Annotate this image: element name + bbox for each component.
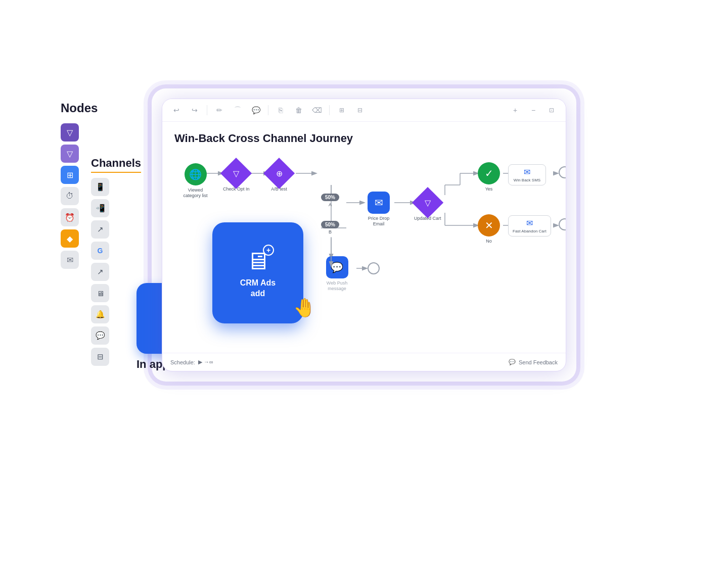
check-opt-in-shape: ▽ [220,158,252,189]
no-x-icon: ✕ [478,214,500,237]
fast-abandon-icon: ✉ [526,218,533,228]
node-fast-abandon[interactable]: ✉ Fast Abandon Cart [508,215,551,237]
undo-button[interactable]: ↩ [170,104,183,116]
node-ab-test[interactable]: ⊕ A/B test [268,162,290,192]
channels-section: Channels 📱 📲 ↗ G ↗ 🖥 🔔 💬 ⊟ [91,157,141,366]
node-diamond[interactable]: ◆ [61,229,79,248]
pct-a-text: A [329,202,332,207]
trash-button[interactable]: 🗑 [293,104,305,116]
web-push-label: Web Push message [323,280,351,292]
channel-icon-monitor[interactable]: 🖥 [91,284,109,302]
node-check-opt-in[interactable]: ▽ Check Opt In [223,162,250,192]
toolbar-divider-1 [207,105,207,115]
yes-check-icon: ✓ [478,162,500,184]
ab-test-shape: ⊕ [263,158,295,189]
end-node-3 [368,262,380,274]
fast-abandon-label: Fast Abandon Cart [513,229,547,233]
no-label: No [486,239,492,244]
price-drop-label: Price Drop Email [363,216,394,227]
node-web-push[interactable]: 💬 Web Push message [323,256,351,292]
zoom-fit-button[interactable]: ⊡ [545,104,558,116]
node-yes[interactable]: ✓ Yes [478,162,500,192]
end-circle-2 [559,218,566,230]
end-circle-1 [559,166,566,178]
crm-ads-icon-wrapper: 🖥 + [246,247,270,275]
end-circle-3 [368,262,380,274]
node-viewed-category[interactable]: 🌐 Viewed category list [181,163,209,199]
pen-tool-button[interactable]: ✏ [213,104,225,116]
crm-ads-label: CRM Adsadd [240,278,276,299]
toolbar-divider-2 [268,105,268,115]
zoom-in-button[interactable]: + [509,104,521,116]
feedback-label: Send Feedback [519,359,558,365]
node-split[interactable]: ⊞ [61,166,79,184]
node-price-drop[interactable]: ✉ Price Drop Email [363,192,394,227]
channel-icon-bell[interactable]: 🔔 [91,305,109,323]
channels-title: Channels [91,157,141,173]
yes-label: Yes [485,186,493,192]
curve-tool-button[interactable]: ⌒ [232,104,244,116]
canvas-title: Win-Back Cross Channel Journey [174,132,554,145]
viewed-category-label: Viewed category list [181,187,209,199]
node-no[interactable]: ✕ No [478,214,500,244]
channel-icon-mobile2[interactable]: 📲 [91,199,109,217]
channel-icon-mobile[interactable]: 📱 [91,178,109,196]
pct-b-text: B [329,229,332,234]
node-clock2[interactable]: ⏰ [61,208,79,226]
win-back-sms-box: ✉ Win Back SMS [508,164,546,185]
web-push-icon: 💬 [326,256,348,278]
crm-ads-plus-icon: + [263,245,274,256]
nodes-sidebar: ▽ ▽ ⊞ ⏱ ⏰ ◆ ✉ [61,101,79,269]
schedule-section: Schedule: ▶ →∞ [170,359,213,365]
node-win-back-sms[interactable]: ✉ Win Back SMS [508,164,546,185]
delete-button[interactable]: ⌫ [311,104,323,116]
node-clock1[interactable]: ⏱ [61,187,79,205]
end-node-2 [559,218,566,230]
channel-icon-google[interactable]: G [91,242,109,260]
viewed-category-icon: 🌐 [185,163,207,185]
pct-b-badge: 50% B [321,221,339,234]
channel-icon-grid[interactable]: ⊟ [91,348,109,366]
win-back-sms-label: Win Back SMS [514,178,540,182]
toolbar-divider-3 [329,105,330,115]
pct-b-label: 50% [321,221,339,228]
cursor-hand-icon: 🤚 [293,297,316,318]
node-filter-purple[interactable]: ▽ [61,123,79,142]
copy-button[interactable]: ⎘ [275,104,287,116]
node-filter-purple-light[interactable]: ▽ [61,145,79,163]
channel-icon-chat[interactable]: 💬 [91,326,109,345]
win-back-sms-icon: ✉ [524,167,530,177]
comment-button[interactable]: 💬 [250,104,262,116]
end-node-1 [559,166,566,178]
node-updated-cart[interactable]: ▽ Updated Cart [414,192,441,221]
crm-ads-card[interactable]: 🖥 + CRM Adsadd 🤚 [212,222,303,323]
channels-icons-list: 📱 📲 ↗ G ↗ 🖥 🔔 💬 ⊟ [91,178,141,366]
pct-a-badge: 50% A [321,194,339,207]
grid-button[interactable]: ⊟ [354,104,366,116]
fast-abandon-box: ✉ Fast Abandon Cart [508,215,551,237]
schedule-label: Schedule: [170,359,195,365]
node-mail[interactable]: ✉ [61,251,79,269]
updated-cart-shape: ▽ [412,187,443,218]
channel-icon-export[interactable]: ↗ [91,220,109,239]
price-drop-icon: ✉ [368,192,390,214]
pct-a-label: 50% [321,194,339,201]
feedback-icon: 💬 [509,359,516,365]
redo-button[interactable]: ↪ [189,104,201,116]
canvas-toolbar: ↩ ↪ ✏ ⌒ 💬 ⎘ 🗑 ⌫ ⊞ ⊟ + − ⊡ [162,99,566,122]
fit-button[interactable]: ⊞ [336,104,348,116]
channel-icon-link[interactable]: ↗ [91,263,109,281]
canvas-footer: Schedule: ▶ →∞ 💬 Send Feedback [162,353,566,371]
schedule-value: ▶ →∞ [198,359,213,365]
zoom-out-button[interactable]: − [527,104,539,116]
send-feedback-button[interactable]: 💬 Send Feedback [509,359,558,365]
